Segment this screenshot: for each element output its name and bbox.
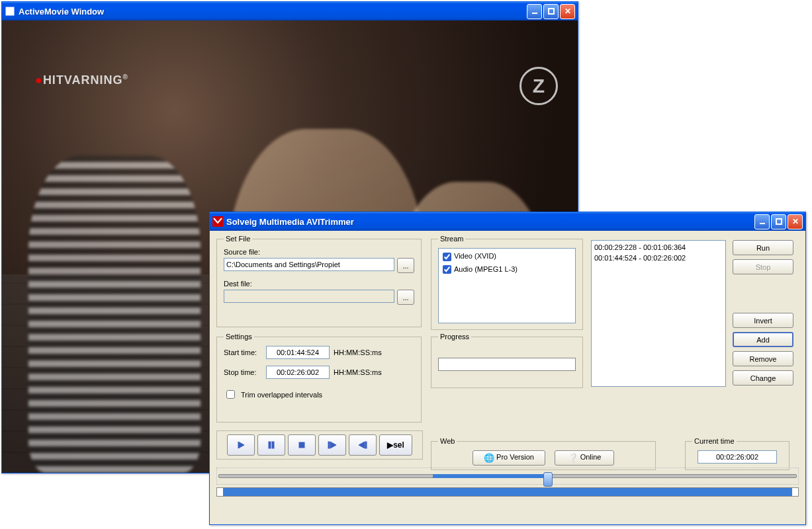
play-button[interactable] <box>227 434 255 456</box>
minimize-button[interactable] <box>527 4 542 19</box>
time-format-label: HH:MM:SS:ms <box>334 348 382 356</box>
trimmer-titlebar[interactable]: Solveig Multimedia AVITrimmer ✕ <box>210 212 805 231</box>
add-button[interactable]: Add <box>733 332 793 347</box>
svg-marker-11 <box>330 442 336 448</box>
setfile-group: Set File Source file: ... Dest file: ... <box>216 235 422 327</box>
progress-legend: Progress <box>438 333 471 341</box>
svg-rect-1 <box>532 13 537 14</box>
minimize-button[interactable] <box>754 214 770 229</box>
svg-marker-12 <box>359 442 365 448</box>
mark-in-button[interactable] <box>318 434 346 456</box>
stream-group: Stream Video (XVID) Audio (MPEG1 L-3) <box>431 235 583 330</box>
online-button[interactable]: ❔ Online <box>555 450 614 466</box>
trim-overlap-checkbox[interactable] <box>226 390 235 399</box>
svg-rect-13 <box>365 442 367 448</box>
stop-time-label: Stop time: <box>224 368 262 376</box>
svg-rect-8 <box>272 442 274 448</box>
svg-rect-5 <box>776 219 782 224</box>
source-label: Source file: <box>224 248 414 256</box>
interval-list[interactable]: 00:00:29:228 - 00:01:06:364 00:01:44:524… <box>591 240 726 387</box>
current-time-display <box>698 450 777 464</box>
interval-item[interactable]: 00:01:44:524 - 00:02:26:002 <box>594 253 723 263</box>
close-button[interactable]: ✕ <box>788 214 803 229</box>
web-group: Web 🌐 Pro Version ❔ Online <box>431 437 656 470</box>
trim-overlap-checkbox-label[interactable]: Trim overlapped intervals <box>224 388 414 401</box>
progress-group: Progress <box>431 333 583 388</box>
activemovie-titlebar[interactable]: ActiveMovie Window ✕ <box>2 2 578 20</box>
stream-item[interactable]: Video (XVID) <box>440 250 574 263</box>
start-time-label: Start time: <box>224 348 262 356</box>
pro-version-button[interactable]: 🌐 Pro Version <box>473 450 545 466</box>
svg-rect-2 <box>549 9 554 14</box>
setfile-legend: Set File <box>224 235 252 243</box>
seek-slider[interactable] <box>216 468 799 485</box>
maximize-button[interactable] <box>771 214 786 229</box>
broadcast-logo: ●HITVARNING® <box>35 73 128 87</box>
close-button[interactable]: ✕ <box>560 4 575 19</box>
timeline-area <box>216 468 799 514</box>
action-buttons: Run Stop Invert Add Remove Change <box>733 240 793 386</box>
stop-button[interactable]: Stop <box>733 259 793 274</box>
svg-rect-0 <box>6 7 14 15</box>
browse-source-button[interactable]: ... <box>397 258 414 273</box>
settings-legend: Settings <box>224 333 254 341</box>
channel-logo: Z <box>519 67 558 105</box>
change-button[interactable]: Change <box>733 370 793 386</box>
stop-time-input[interactable] <box>266 366 330 379</box>
run-button[interactable]: Run <box>733 240 793 255</box>
source-file-input[interactable] <box>224 258 394 271</box>
app-icon <box>212 216 223 227</box>
app-icon <box>5 6 15 17</box>
svg-marker-6 <box>238 442 244 448</box>
svg-rect-7 <box>269 442 271 448</box>
help-icon: ❔ <box>568 453 578 463</box>
stream-list[interactable]: Video (XVID) Audio (MPEG1 L-3) <box>438 248 576 323</box>
globe-icon: 🌐 <box>484 453 494 463</box>
interval-timeline[interactable] <box>216 487 799 497</box>
web-legend: Web <box>438 437 457 445</box>
current-time-group: Current time <box>685 437 789 470</box>
progress-bar <box>438 358 576 371</box>
stop-playback-button[interactable] <box>288 434 316 456</box>
current-time-legend: Current time <box>692 437 737 445</box>
svg-rect-10 <box>328 442 330 448</box>
mark-out-button[interactable] <box>349 434 377 456</box>
time-format-label: HH:MM:SS:ms <box>334 368 382 376</box>
pause-button[interactable] <box>257 434 285 456</box>
dest-label: Dest file: <box>224 280 414 288</box>
stream-checkbox[interactable] <box>443 265 451 274</box>
maximize-button[interactable] <box>543 4 559 19</box>
stream-checkbox[interactable] <box>443 253 451 261</box>
seek-thumb[interactable] <box>543 472 553 487</box>
window-title: Solveig Multimedia AVITrimmer <box>226 217 754 227</box>
settings-group: Settings Start time: HH:MM:SS:ms Stop ti… <box>216 333 422 423</box>
avitrimmer-window: Solveig Multimedia AVITrimmer ✕ Set File… <box>209 212 806 525</box>
dest-file-input[interactable] <box>224 290 394 303</box>
stream-item[interactable]: Audio (MPEG1 L-3) <box>440 263 574 276</box>
transport-controls: ▶sel <box>216 430 423 460</box>
svg-rect-4 <box>760 223 765 224</box>
start-time-input[interactable] <box>266 346 330 359</box>
invert-button[interactable]: Invert <box>733 313 793 328</box>
browse-dest-button[interactable]: ... <box>397 290 414 305</box>
svg-rect-3 <box>212 216 223 227</box>
stream-legend: Stream <box>438 235 465 243</box>
select-button[interactable]: ▶sel <box>379 434 412 456</box>
window-title: ActiveMovie Window <box>19 7 527 17</box>
interval-item[interactable]: 00:00:29:228 - 00:01:06:364 <box>594 242 723 253</box>
svg-rect-9 <box>299 442 304 448</box>
remove-button[interactable]: Remove <box>733 351 793 366</box>
